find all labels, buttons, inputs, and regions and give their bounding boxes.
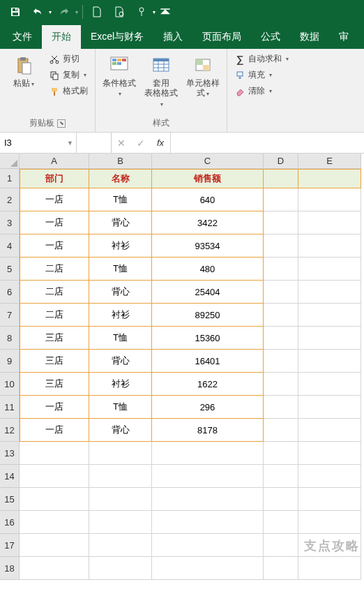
tab-home[interactable]: 开始 (42, 25, 81, 49)
cell[interactable]: 15360 (152, 327, 264, 350)
redo-icon[interactable] (54, 2, 74, 22)
fx-icon[interactable]: fx (151, 137, 170, 148)
row-header[interactable]: 14 (0, 465, 20, 488)
cell[interactable] (89, 488, 152, 511)
cell[interactable] (152, 511, 264, 534)
row-header[interactable]: 4 (0, 234, 20, 258)
cell[interactable] (298, 169, 361, 188)
cell[interactable] (152, 488, 264, 511)
cell[interactable]: 一店 (20, 188, 89, 211)
cell[interactable]: T恤 (89, 327, 152, 350)
cell[interactable]: 8178 (152, 419, 264, 442)
name-box-dropdown-icon[interactable]: ▼ (67, 140, 73, 147)
customize-qat-icon[interactable] (158, 2, 172, 22)
cell[interactable]: 一店 (20, 234, 89, 258)
row-header[interactable]: 12 (0, 419, 20, 442)
col-header-e[interactable]: E (298, 154, 361, 169)
clipboard-launcher-icon[interactable]: ⬊ (57, 119, 66, 128)
cell[interactable]: 25404 (152, 281, 264, 304)
row-header[interactable]: 5 (0, 258, 20, 281)
cell[interactable] (298, 511, 361, 534)
cell[interactable] (264, 188, 298, 211)
cell[interactable] (89, 511, 152, 534)
cell[interactable]: 89250 (152, 304, 264, 327)
cell[interactable] (264, 534, 298, 557)
cell[interactable] (298, 304, 361, 327)
undo-dropdown[interactable]: ▾ (49, 9, 52, 15)
cell[interactable] (20, 534, 89, 557)
cell[interactable] (264, 258, 298, 281)
format-painter-button[interactable]: 格式刷 (46, 84, 91, 98)
cell[interactable] (298, 557, 361, 580)
cell[interactable] (89, 442, 152, 465)
clear-button[interactable]: 清除▾ (232, 84, 291, 98)
cell[interactable] (264, 511, 298, 534)
save-icon[interactable] (6, 2, 25, 22)
cell[interactable] (264, 327, 298, 350)
cell[interactable]: T恤 (89, 258, 152, 281)
enter-formula-icon[interactable]: ✓ (131, 137, 151, 149)
cell[interactable]: 背心 (89, 281, 152, 304)
cell[interactable] (264, 234, 298, 258)
cell[interactable] (298, 327, 361, 350)
cell[interactable] (298, 419, 361, 442)
cell[interactable] (20, 465, 89, 488)
cell[interactable] (89, 557, 152, 580)
cell[interactable] (264, 350, 298, 373)
row-header[interactable]: 13 (0, 442, 20, 465)
row-header[interactable]: 18 (0, 557, 20, 580)
cell[interactable]: 480 (152, 258, 264, 281)
row-header[interactable]: 17 (0, 534, 20, 557)
col-header-b[interactable]: B (89, 154, 152, 169)
cell[interactable] (264, 169, 298, 188)
cell[interactable]: 一店 (20, 211, 89, 234)
cell[interactable]: T恤 (89, 188, 152, 211)
cell[interactable] (20, 511, 89, 534)
cell[interactable]: 3422 (152, 211, 264, 234)
cell[interactable]: 背心 (89, 211, 152, 234)
new-search-icon[interactable] (109, 2, 129, 22)
cell[interactable]: 二店 (20, 258, 89, 281)
cell[interactable]: 三店 (20, 350, 89, 373)
cell[interactable] (298, 488, 361, 511)
cell[interactable] (298, 234, 361, 258)
cell[interactable]: 16401 (152, 350, 264, 373)
paste-button[interactable]: 粘贴▾ (4, 52, 43, 91)
tab-excel-finance[interactable]: Excel与财务 (81, 25, 153, 49)
cell[interactable] (152, 557, 264, 580)
redo-dropdown[interactable]: ▾ (75, 9, 78, 15)
tab-data[interactable]: 数据 (290, 25, 329, 49)
cell[interactable] (264, 442, 298, 465)
cell[interactable]: 衬衫 (89, 234, 152, 258)
cell[interactable] (298, 281, 361, 304)
cancel-formula-icon[interactable]: ✕ (112, 137, 131, 149)
cell[interactable]: 三店 (20, 373, 89, 396)
cell[interactable] (152, 534, 264, 557)
fill-button[interactable]: 填充▾ (232, 68, 291, 82)
cell[interactable] (264, 488, 298, 511)
cell[interactable] (264, 281, 298, 304)
cell[interactable]: T恤 (89, 396, 152, 419)
cell[interactable] (264, 465, 298, 488)
cell[interactable] (89, 534, 152, 557)
col-header-a[interactable]: A (20, 154, 89, 169)
tab-layout[interactable]: 页面布局 (192, 25, 251, 49)
touch-dropdown[interactable]: ▾ (153, 9, 156, 15)
cell[interactable] (152, 465, 264, 488)
cell[interactable] (264, 396, 298, 419)
cell[interactable] (298, 396, 361, 419)
cell[interactable] (264, 557, 298, 580)
cell[interactable] (298, 442, 361, 465)
col-header-d[interactable]: D (264, 154, 298, 169)
autosum-button[interactable]: ∑ 自动求和▾ (232, 52, 291, 66)
cell[interactable] (298, 258, 361, 281)
cell[interactable] (264, 373, 298, 396)
cell-style-button[interactable]: 单元格样式▾ (183, 52, 222, 101)
cell[interactable]: 640 (152, 188, 264, 211)
name-box[interactable]: I3 ▼ (0, 133, 77, 153)
touch-mode-icon[interactable] (132, 2, 151, 22)
cell[interactable] (298, 350, 361, 373)
cell[interactable]: 二店 (20, 281, 89, 304)
col-header-c[interactable]: C (152, 154, 264, 169)
copy-button[interactable]: 复制▾ (46, 68, 91, 82)
